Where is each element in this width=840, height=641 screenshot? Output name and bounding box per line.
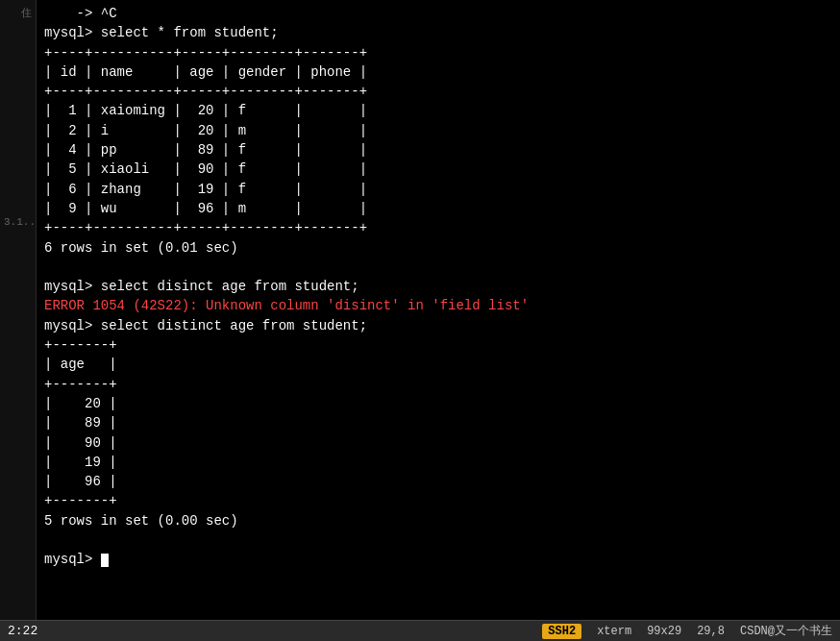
statusbar: 2:22 SSH2 xterm 99x29 29,8 CSDN@又一个书生 <box>0 620 840 641</box>
terminal-line-18: | age | <box>44 357 117 372</box>
main-area: 住 3.1... -> ^C mysql> select * from stud… <box>0 0 840 620</box>
side-label-1: 住 <box>0 4 36 22</box>
side-label-2: 3.1... <box>0 214 36 230</box>
terminal-line-4: +----+----------+-----+--------+-------+ <box>44 84 367 99</box>
statusbar-left: 2:22 <box>8 624 37 638</box>
terminal-line-21: | 89 | <box>44 415 117 431</box>
terminal-line-26: 5 rows in set (0.00 sec) <box>44 513 238 529</box>
terminal-line-16: mysql> select distinct age from student; <box>44 318 367 333</box>
dimensions: 99x29 <box>647 625 681 638</box>
terminal-line-10: | 9 | wu | 96 | m | | <box>44 201 367 216</box>
terminal-line-3: | id | name | age | gender | phone | <box>44 64 367 80</box>
position: 29,8 <box>697 625 725 638</box>
statusbar-right: SSH2 xterm 99x29 29,8 CSDN@又一个书生 <box>542 623 832 639</box>
terminal-line-19: +-------+ <box>44 377 117 392</box>
terminal-line-24: | 96 | <box>44 474 117 489</box>
terminal[interactable]: -> ^C mysql> select * from student; +---… <box>37 0 840 620</box>
terminal-line-14: mysql> select disinct age from student; <box>44 279 359 294</box>
terminal-line-2: +----+----------+-----+--------+-------+ <box>44 45 367 61</box>
terminal-wrapper: -> ^C mysql> select * from student; +---… <box>37 0 840 620</box>
terminal-line-0: -> ^C <box>44 6 117 21</box>
terminal-line-25: +-------+ <box>44 493 117 508</box>
terminal-line-20: | 20 | <box>44 396 117 411</box>
watermark: CSDN@又一个书生 <box>740 623 832 639</box>
terminal-line-17: +-------+ <box>44 337 117 353</box>
terminal-line-5: | 1 | xaioming | 20 | f | | <box>44 103 367 118</box>
terminal-line-12: 6 rows in set (0.01 sec) <box>44 240 238 256</box>
terminal-line-8: | 5 | xiaoli | 90 | f | | <box>44 161 367 177</box>
terminal-type: xterm <box>597 625 631 638</box>
ssh-badge: SSH2 <box>542 624 581 639</box>
terminal-line-23: | 19 | <box>44 455 117 470</box>
terminal-error-line: ERROR 1054 (42S22): Unknown column 'disi… <box>44 298 529 313</box>
side-panel: 住 3.1... <box>0 0 37 620</box>
terminal-line-6: | 2 | i | 20 | m | | <box>44 123 367 138</box>
terminal-line-9: | 6 | zhang | 19 | f | | <box>44 182 367 197</box>
terminal-line-22: | 90 | <box>44 435 117 451</box>
terminal-line-11: +----+----------+-----+--------+-------+ <box>44 220 367 235</box>
terminal-line-28: mysql> <box>44 552 109 567</box>
cursor <box>101 554 109 567</box>
time-display: 2:22 <box>8 624 37 638</box>
terminal-line-7: | 4 | pp | 89 | f | | <box>44 142 367 158</box>
terminal-line-1: mysql> select * from student; <box>44 25 279 40</box>
